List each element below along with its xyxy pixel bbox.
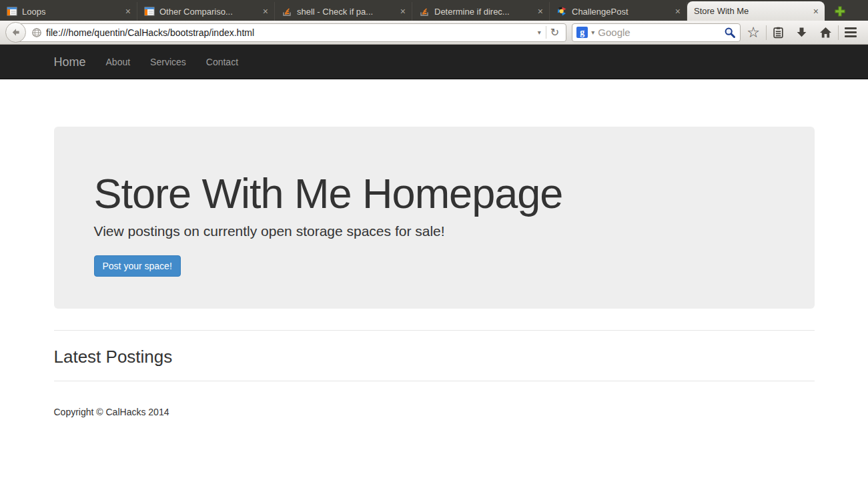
back-button[interactable] (5, 22, 26, 43)
nav-link-contact[interactable]: Contact (196, 45, 248, 79)
tab-title: Other Compariso... (159, 7, 257, 17)
page-title: Store With Me Homepage (94, 171, 775, 217)
url-input[interactable] (46, 27, 533, 38)
tab-title: Loops (22, 7, 119, 17)
browser-window: Loops × Other Compariso... × shell - (0, 0, 868, 496)
home-button[interactable] (813, 23, 838, 43)
tab-determine-if[interactable]: Determine if direc... × (412, 2, 550, 21)
star-icon: ☆ (747, 25, 760, 40)
bookmarks-menu-button[interactable] (767, 23, 790, 43)
tab-store-with-me-active[interactable]: Store With Me × (687, 1, 825, 21)
stackoverflow-icon (282, 6, 292, 17)
tab-close-icon[interactable]: × (124, 7, 132, 16)
tab-close-icon[interactable]: × (536, 7, 544, 16)
clipboard-icon (773, 27, 784, 39)
tab-shell-check[interactable]: shell - Check if pa... × (275, 2, 412, 21)
menu-button[interactable] (839, 23, 863, 43)
tab-close-icon[interactable]: × (812, 7, 820, 16)
reload-icon[interactable]: ↻ (546, 26, 563, 39)
tab-title: shell - Check if pa... (297, 7, 394, 17)
challengepost-icon (556, 6, 567, 17)
nav-link-services[interactable]: Services (140, 45, 196, 79)
download-arrow-icon (796, 27, 807, 39)
jumbotron: Store With Me Homepage View postings on … (54, 127, 815, 309)
new-tab-button[interactable] (831, 5, 849, 18)
post-your-space-button[interactable]: Post your space! (94, 255, 181, 277)
webpage-icon (7, 6, 17, 17)
latest-postings-heading: Latest Postings (54, 347, 815, 367)
google-search-engine-icon[interactable]: g (576, 27, 588, 38)
divider (54, 381, 815, 381)
site-navbar: Home About Services Contact (0, 45, 868, 79)
downloads-button[interactable] (790, 23, 813, 43)
back-arrow-icon (11, 27, 21, 37)
bookmark-star-button[interactable]: ☆ (741, 23, 766, 43)
search-engine-dropdown-icon[interactable]: ▾ (588, 29, 598, 36)
nav-link-about[interactable]: About (96, 45, 141, 79)
tab-close-icon[interactable]: × (674, 7, 682, 16)
stackoverflow-icon (419, 6, 430, 17)
tab-loops[interactable]: Loops × (0, 2, 137, 21)
tab-challengepost[interactable]: ChallengePost × (550, 2, 687, 21)
tab-title: Store With Me (694, 6, 807, 16)
page-subtitle: View postings on currently open storage … (94, 223, 775, 239)
home-icon (819, 27, 832, 39)
tab-title: ChallengePost (572, 7, 669, 17)
url-dropdown-icon[interactable]: ▾ (533, 29, 546, 36)
search-input[interactable] (598, 27, 724, 38)
tab-other-comparison[interactable]: Other Compariso... × (137, 2, 275, 21)
search-icon[interactable] (724, 27, 736, 39)
divider (54, 330, 815, 331)
tab-title: Determine if direc... (434, 7, 532, 17)
tab-close-icon[interactable]: × (399, 7, 407, 16)
page-viewport: Home About Services Contact Store With M… (0, 45, 868, 496)
plus-icon (833, 5, 847, 17)
tab-close-icon[interactable]: × (262, 7, 270, 16)
globe-icon (31, 27, 42, 38)
search-bar[interactable]: g ▾ (572, 23, 741, 42)
hamburger-icon (845, 27, 857, 37)
url-bar[interactable]: ▾ ↻ (16, 23, 566, 42)
copyright-text: Copyright © CalHacks 2014 (54, 407, 815, 417)
webpage-icon (144, 6, 155, 17)
tab-bar: Loops × Other Compariso... × shell - (0, 0, 868, 21)
navigation-toolbar: ▾ ↻ g ▾ ☆ (0, 21, 868, 45)
navbar-brand-home[interactable]: Home (54, 45, 96, 79)
